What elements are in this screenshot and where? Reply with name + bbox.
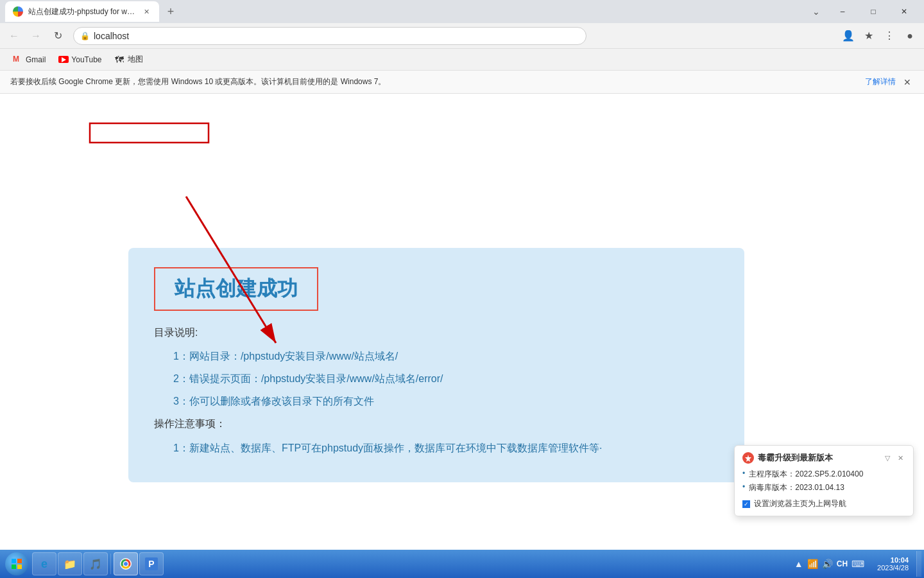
extensions-icon[interactable]: ● bbox=[901, 27, 919, 45]
nav-right-buttons: 👤 ★ ⋮ ● bbox=[839, 27, 919, 45]
notification-popup: 毒霸升级到最新版本 ▽ ✕ • 主程序版本：2022.SP5.2.010400 … bbox=[734, 445, 914, 516]
close-button[interactable]: ✕ bbox=[889, 1, 919, 22]
svg-rect-6 bbox=[17, 565, 22, 569]
taskbar-media[interactable]: 🎵 bbox=[83, 552, 108, 575]
operations-label: 操作注意事项： bbox=[154, 417, 719, 431]
browser-menu-icon[interactable]: ⋮ bbox=[880, 27, 898, 45]
directory-item-1: 1：网站目录：/phpstudy安装目录/www/站点域名/ bbox=[154, 350, 719, 363]
bookmark-youtube-label: YouTube bbox=[71, 55, 101, 64]
account-icon[interactable]: 👤 bbox=[839, 27, 857, 45]
browser-window: 站点创建成功-phpstudy for win... ✕ + ⌄ – □ ✕ ←… bbox=[0, 0, 924, 578]
bookmark-gmail-label: Gmail bbox=[26, 55, 46, 64]
address-bar[interactable]: 🔒 localhost bbox=[73, 27, 586, 45]
minimize-button[interactable]: – bbox=[828, 1, 857, 22]
address-text: localhost bbox=[94, 31, 579, 41]
notification-body: • 主程序版本：2022.SP5.2.010400 • 病毒库版本：2023.0… bbox=[742, 469, 905, 509]
directory-label: 目录说明: bbox=[154, 326, 719, 340]
tab-search-button[interactable]: ⌄ bbox=[807, 3, 825, 21]
tray-lang[interactable]: CH bbox=[837, 559, 848, 568]
bookmark-maps-label: 地图 bbox=[128, 54, 143, 65]
clock-date: 2023/4/28 bbox=[877, 564, 909, 572]
taskbar-chrome[interactable] bbox=[114, 552, 138, 575]
bookmarks-bar: M Gmail YouTube 🗺 地图 bbox=[0, 49, 924, 71]
tab-close-button[interactable]: ✕ bbox=[141, 6, 151, 17]
tab-favicon bbox=[13, 6, 23, 17]
media-icon: 🎵 bbox=[89, 557, 102, 570]
start-button[interactable] bbox=[3, 551, 31, 577]
taskbar-pspad[interactable]: P bbox=[139, 552, 164, 575]
tray-arrow-icon[interactable]: ▲ bbox=[794, 559, 803, 569]
active-tab[interactable]: 站点创建成功-phpstudy for win... ✕ bbox=[5, 1, 159, 22]
notification-title: 毒霸升级到最新版本 bbox=[742, 452, 833, 464]
gmail-icon: M bbox=[13, 55, 23, 65]
directory-item-2: 2：错误提示页面：/phpstudy安装目录/www/站点域名/error/ bbox=[154, 372, 719, 386]
show-desktop-button[interactable] bbox=[916, 551, 921, 577]
update-banner-text: 若要接收后续 Google Chrome 更新，您需使用 Windows 10 … bbox=[10, 76, 860, 87]
taskbar-explorer[interactable]: 📁 bbox=[58, 552, 82, 575]
ie-icon: e bbox=[38, 557, 51, 570]
svg-rect-5 bbox=[12, 565, 16, 569]
tray-keyboard-icon[interactable]: ⌨ bbox=[851, 559, 864, 569]
operations-item-1: 1：新建站点、数据库、FTP可在phpstudy面板操作，数据库可在环境中下载数… bbox=[154, 440, 719, 457]
bookmark-maps[interactable]: 🗺 地图 bbox=[110, 51, 148, 67]
title-bar: 站点创建成功-phpstudy for win... ✕ + ⌄ – □ ✕ bbox=[0, 0, 924, 23]
window-controls: – □ ✕ bbox=[828, 1, 919, 22]
chrome-icon bbox=[119, 557, 132, 570]
update-banner-close[interactable]: ✕ bbox=[901, 76, 914, 89]
taskbar-right: ▲ 📶 🔊 CH ⌨ 10:04 2023/4/28 bbox=[789, 551, 921, 577]
success-title-box: 站点创建成功 bbox=[154, 267, 318, 311]
svg-rect-4 bbox=[17, 559, 22, 563]
notification-list: • 主程序版本：2022.SP5.2.010400 • 病毒库版本：2023.0… bbox=[742, 469, 905, 493]
new-tab-button[interactable]: + bbox=[162, 3, 180, 21]
back-button[interactable]: ← bbox=[5, 27, 23, 45]
maximize-button[interactable]: □ bbox=[859, 1, 888, 22]
notification-checkbox-label: 设置浏览器主页为上网导航 bbox=[754, 498, 846, 509]
notification-checkbox[interactable]: ✓ bbox=[742, 500, 750, 508]
taskbar-ie[interactable]: e bbox=[32, 552, 56, 575]
notif-item-2: • 病毒库版本：2023.01.04.13 bbox=[742, 482, 905, 493]
forward-button[interactable]: → bbox=[27, 27, 45, 45]
time-display[interactable]: 10:04 2023/4/28 bbox=[872, 556, 914, 572]
lock-icon: 🔒 bbox=[80, 31, 90, 40]
bookmark-youtube[interactable]: YouTube bbox=[53, 53, 107, 67]
maps-icon: 🗺 bbox=[115, 55, 125, 65]
title-bar-left: 站点创建成功-phpstudy for win... ✕ + bbox=[5, 1, 805, 22]
success-card: 站点创建成功 目录说明: 1：网站目录：/phpstudy安装目录/www/站点… bbox=[128, 248, 744, 482]
notification-minimize[interactable]: ▽ bbox=[882, 453, 893, 463]
tray-network-icon[interactable]: 📶 bbox=[807, 559, 818, 569]
browser-content: 站点创建成功 目录说明: 1：网站目录：/phpstudy安装目录/www/站点… bbox=[0, 94, 924, 550]
reload-button[interactable]: ↻ bbox=[49, 27, 67, 45]
taskbar: e 📁 🎵 P bbox=[0, 550, 924, 578]
notification-icon bbox=[742, 452, 754, 464]
success-title: 站点创建成功 bbox=[175, 275, 298, 303]
pspad-icon: P bbox=[145, 557, 158, 570]
tab-title: 站点创建成功-phpstudy for win... bbox=[28, 6, 136, 17]
svg-point-9 bbox=[124, 562, 128, 566]
update-banner: 若要接收后续 Google Chrome 更新，您需使用 Windows 10 … bbox=[0, 71, 924, 94]
systray: ▲ 📶 🔊 CH ⌨ bbox=[789, 559, 869, 569]
youtube-icon bbox=[58, 56, 69, 63]
notification-header: 毒霸升级到最新版本 ▽ ✕ bbox=[742, 452, 905, 464]
bookmark-star-icon[interactable]: ★ bbox=[860, 27, 878, 45]
notification-controls: ▽ ✕ bbox=[882, 453, 905, 463]
notification-close[interactable]: ✕ bbox=[895, 453, 905, 463]
taskbar-separator bbox=[110, 554, 111, 574]
start-orb bbox=[5, 552, 28, 575]
svg-rect-3 bbox=[12, 559, 16, 563]
directory-item-3: 3：你可以删除或者修改该目录下的所有文件 bbox=[154, 395, 719, 408]
notif-item-1: • 主程序版本：2022.SP5.2.010400 bbox=[742, 469, 905, 480]
navigation-bar: ← → ↻ 🔒 localhost 👤 ★ ⋮ ● bbox=[0, 23, 924, 49]
notification-checkbox-row[interactable]: ✓ 设置浏览器主页为上网导航 bbox=[742, 498, 905, 509]
update-learn-more-link[interactable]: 了解详情 bbox=[865, 76, 896, 87]
bookmark-gmail[interactable]: M Gmail bbox=[8, 52, 51, 67]
tray-volume-icon[interactable]: 🔊 bbox=[822, 559, 833, 569]
clock-time: 10:04 bbox=[877, 556, 909, 564]
blank-area bbox=[0, 94, 924, 248]
explorer-icon: 📁 bbox=[64, 557, 76, 570]
